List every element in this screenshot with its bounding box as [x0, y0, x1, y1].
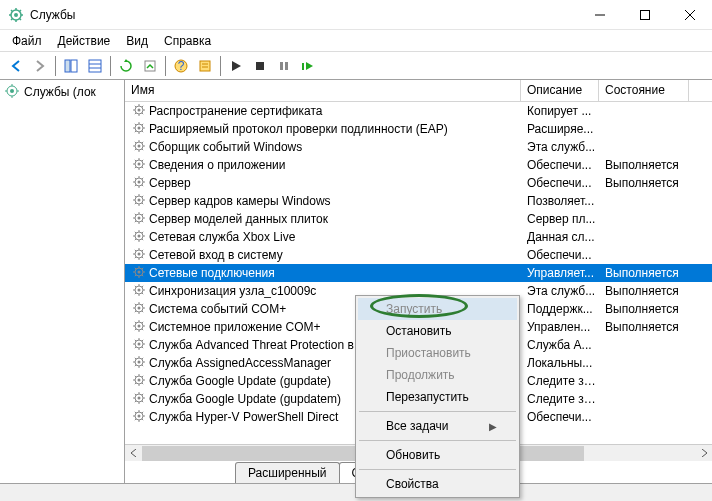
- service-description: Следите за...: [521, 374, 599, 388]
- cm-stop[interactable]: Остановить: [358, 320, 517, 342]
- service-row[interactable]: Сетевая служба Xbox LiveДанная сл...: [125, 228, 712, 246]
- back-button[interactable]: [5, 55, 27, 77]
- svg-point-46: [138, 306, 141, 309]
- service-name: Расширяемый протокол проверки подлинност…: [149, 122, 448, 136]
- gear-icon: [131, 390, 147, 409]
- service-name: Служба Google Update (gupdatem): [149, 392, 341, 406]
- cm-properties[interactable]: Свойства: [358, 473, 517, 495]
- tab-extended[interactable]: Расширенный: [235, 462, 340, 483]
- service-row[interactable]: СерверОбеспечи...Выполняется: [125, 174, 712, 192]
- cm-refresh[interactable]: Обновить: [358, 444, 517, 466]
- window-title: Службы: [30, 8, 577, 22]
- svg-rect-3: [640, 10, 649, 19]
- service-name: Служба Hyper-V PowerShell Direct: [149, 410, 338, 424]
- svg-point-40: [138, 252, 141, 255]
- svg-point-28: [138, 144, 141, 147]
- tree-root-node[interactable]: Службы (лок: [0, 82, 124, 102]
- cm-separator: [359, 411, 516, 412]
- forward-button[interactable]: [29, 55, 51, 77]
- service-row[interactable]: Сведения о приложенииОбеспечи...Выполняе…: [125, 156, 712, 174]
- gear-icon: [131, 300, 147, 319]
- cm-all-tasks[interactable]: Все задачи▶: [358, 415, 517, 437]
- service-row[interactable]: Сетевой вход в системуОбеспечи...: [125, 246, 712, 264]
- service-row[interactable]: Сервер кадров камеры WindowsПозволяет...: [125, 192, 712, 210]
- service-description: Управляет...: [521, 266, 599, 280]
- svg-rect-19: [285, 62, 288, 70]
- gear-icon: [131, 264, 147, 283]
- cm-resume[interactable]: Продолжить: [358, 364, 517, 386]
- cm-restart[interactable]: Перезапустить: [358, 386, 517, 408]
- scroll-left-arrow[interactable]: [125, 446, 142, 461]
- tree-pane: Службы (лок: [0, 80, 125, 483]
- scroll-right-arrow[interactable]: [695, 446, 712, 461]
- svg-rect-8: [89, 60, 101, 72]
- help-button[interactable]: ?: [170, 55, 192, 77]
- menu-file[interactable]: Файл: [4, 32, 50, 50]
- svg-point-58: [138, 414, 141, 417]
- cm-start[interactable]: Запустить: [358, 298, 517, 320]
- gear-icon: [131, 336, 147, 355]
- export-list-button[interactable]: [139, 55, 161, 77]
- stop-service-button[interactable]: [249, 55, 271, 77]
- service-description: Обеспечи...: [521, 158, 599, 172]
- toolbar-separator: [165, 56, 166, 76]
- column-state[interactable]: Состояние: [599, 80, 689, 101]
- toolbar-separator: [55, 56, 56, 76]
- gear-icon: [131, 354, 147, 373]
- service-description: Эта служб...: [521, 284, 599, 298]
- gear-icon: [131, 120, 147, 139]
- show-hide-tree-button[interactable]: [60, 55, 82, 77]
- service-name: Сетевой вход в систему: [149, 248, 283, 262]
- minimize-button[interactable]: [577, 0, 622, 29]
- menu-action[interactable]: Действие: [50, 32, 119, 50]
- service-name: Сервер моделей данных плиток: [149, 212, 328, 226]
- svg-point-22: [10, 89, 14, 93]
- service-name: Распространение сертификата: [149, 104, 322, 118]
- service-description: Управлен...: [521, 320, 599, 334]
- column-name[interactable]: Имя: [125, 80, 521, 101]
- maximize-button[interactable]: [622, 0, 667, 29]
- svg-point-30: [138, 162, 141, 165]
- menubar: Файл Действие Вид Справка: [0, 30, 712, 52]
- service-name: Служба Google Update (gupdate): [149, 374, 331, 388]
- menu-view[interactable]: Вид: [118, 32, 156, 50]
- service-state: Выполняется: [599, 176, 689, 190]
- service-name: Сервер кадров камеры Windows: [149, 194, 331, 208]
- service-state: Выполняется: [599, 320, 689, 334]
- svg-rect-20: [302, 63, 304, 70]
- cm-pause[interactable]: Приостановить: [358, 342, 517, 364]
- service-description: Данная сл...: [521, 230, 599, 244]
- service-name: Синхронизация узла_c10009c: [149, 284, 316, 298]
- restart-service-button[interactable]: [297, 55, 319, 77]
- column-description[interactable]: Описание: [521, 80, 599, 101]
- svg-point-24: [138, 108, 141, 111]
- start-service-button[interactable]: [225, 55, 247, 77]
- svg-point-44: [138, 288, 141, 291]
- toolbar-separator: [110, 56, 111, 76]
- services-icon: [4, 83, 20, 102]
- service-name: Служба AssignedAccessManager: [149, 356, 331, 370]
- svg-point-36: [138, 216, 141, 219]
- svg-point-1: [14, 13, 18, 17]
- service-row[interactable]: Сервер моделей данных плитокСервер пл...: [125, 210, 712, 228]
- service-row[interactable]: Распространение сертификатаКопирует ...: [125, 102, 712, 120]
- svg-rect-6: [65, 60, 70, 72]
- service-row[interactable]: Сетевые подключенияУправляет...Выполняет…: [125, 264, 712, 282]
- service-description: Копирует ...: [521, 104, 599, 118]
- menu-help[interactable]: Справка: [156, 32, 219, 50]
- properties-button[interactable]: [194, 55, 216, 77]
- service-name: Система событий COM+: [149, 302, 286, 316]
- service-row[interactable]: Сборщик событий WindowsЭта служб...: [125, 138, 712, 156]
- gear-icon: [131, 174, 147, 193]
- toolbar-separator: [220, 56, 221, 76]
- close-button[interactable]: [667, 0, 712, 29]
- gear-icon: [131, 318, 147, 337]
- refresh-button[interactable]: [115, 55, 137, 77]
- service-description: Расширяе...: [521, 122, 599, 136]
- titlebar: Службы: [0, 0, 712, 30]
- gear-icon: [131, 192, 147, 211]
- service-row[interactable]: Расширяемый протокол проверки подлинност…: [125, 120, 712, 138]
- pause-service-button[interactable]: [273, 55, 295, 77]
- gear-icon: [131, 210, 147, 229]
- export-button[interactable]: [84, 55, 106, 77]
